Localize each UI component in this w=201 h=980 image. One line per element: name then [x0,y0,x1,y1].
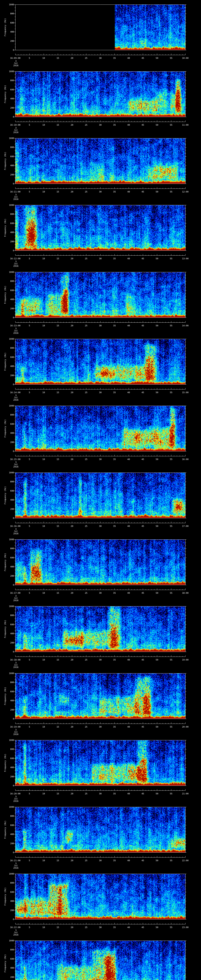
y-axis-tick-label: 600 [7,557,14,559]
x-axis-minute-tick-label: 45 [139,659,147,661]
x-axis-minute-tick-label: 15 [54,258,62,260]
x-axis-minute-tick-label: 20 [68,124,76,126]
date-year-label: 2016 [8,65,24,67]
x-axis-minute-tick-label: 5 [26,926,34,929]
y-axis-tick-label: 200 [7,307,14,310]
x-axis-minute-tick-label: 55 [167,525,175,527]
x-axis-minute-tick-label: 30 [96,258,104,260]
y-axis-tick-label: 800 [7,882,14,884]
x-axis-minute-tick-label: 40 [124,726,132,728]
x-axis-minute-tick-label: 5 [26,726,34,728]
date-year-label: 2016 [8,867,24,869]
y-axis-tick-label: 800 [7,347,14,349]
date-year-label: 2016 [8,934,24,936]
x-axis-minute-tick-label: 55 [167,926,175,929]
x-axis-end-time-label: 21:00 [179,792,192,795]
x-axis-end-time-label: 20:00 [179,726,192,728]
x-axis-minute-tick-label: 30 [96,659,104,661]
x-axis-minute-tick-label: 40 [124,792,132,795]
x-axis-start-time-label: 16:12:00 [6,258,24,260]
x-axis-minute-tick-label: 55 [167,391,175,394]
x-axis-minute-tick-label: 15 [54,124,62,126]
spectrogram-panel: Frequency (Hz)1000800600400200016:19:005… [0,669,201,736]
x-axis-minute-tick-label: 30 [96,391,104,394]
x-axis-minute-tick-label: 55 [167,57,175,59]
x-axis-minute-tick-label: 5 [26,258,34,260]
y-axis-title: Frequency (Hz) [4,955,6,972]
x-axis-start-time-label: 16:09:00 [6,57,24,59]
x-axis-minute-tick-label: 10 [40,592,48,594]
x-axis-minute-tick-label: 15 [54,57,62,59]
y-axis-tick-label: 200 [7,575,14,577]
y-axis-tick-label: 600 [7,22,14,24]
y-axis-tick-label: 600 [7,958,14,960]
y-axis-tick-label: 1000 [7,137,14,139]
x-axis-minute-tick-label: 20 [68,57,76,59]
x-axis-minute-tick-label: 55 [167,792,175,795]
x-axis-minute-tick-label: 40 [124,124,132,126]
x-axis-end-time-label: 13:00 [179,258,192,260]
x-axis-minute-tick-label: 50 [153,391,161,394]
date-year-label: 2016 [8,666,24,668]
y-axis-tick-label: 400 [7,633,14,635]
x-axis-minute-tick-label: 5 [26,325,34,327]
x-axis-minute-tick-label: 45 [139,124,147,126]
x-axis-minute-tick-label: 15 [54,792,62,795]
y-axis-tick-label: 1000 [7,873,14,875]
y-axis-title: Frequency (Hz) [4,85,6,103]
date-year-label: 2016 [8,131,24,134]
x-axis-minute-tick-label: 20 [68,325,76,327]
x-axis-end-time-label: 17:00 [179,525,192,527]
x-axis-minute-tick-label: 10 [40,792,48,795]
x-axis-minute-tick-label: 40 [124,926,132,929]
x-axis-minute-tick-label: 15 [54,659,62,661]
x-axis-start-time-label: 16:16:00 [6,525,24,527]
x-axis-minute-tick-label: 10 [40,191,48,193]
x-axis-minute-tick-label: 55 [167,258,175,260]
x-axis-minute-tick-label: 55 [167,859,175,862]
spectrogram-panel: Frequency (Hz)1000800600400200016:18:005… [0,602,201,668]
x-axis-minute-tick-label: 30 [96,726,104,728]
y-axis-tick-label: 0 [7,584,14,586]
y-axis-tick-label: 200 [7,173,14,176]
x-axis-minute-tick-label: 25 [82,391,90,394]
x-axis-minute-tick-label: 55 [167,191,175,193]
y-axis-tick-label: 600 [7,289,14,291]
x-axis-minute-tick-label: 30 [96,525,104,527]
y-axis-title: Frequency (Hz) [4,286,6,304]
y-axis-tick-label: 200 [7,107,14,109]
x-axis-minute-tick-label: 40 [124,859,132,862]
x-axis-minute-tick-label: 25 [82,325,90,327]
x-axis-minute-tick-label: 20 [68,726,76,728]
spectrogram-panel: Frequency (Hz)1000800600400200016:16:005… [0,468,201,535]
x-axis-minute-tick-label: 10 [40,325,48,327]
x-axis-minute-tick-label: 30 [96,57,104,59]
x-axis-minute-tick-label: 15 [54,592,62,594]
x-axis-minute-tick-label: 50 [153,191,161,193]
x-axis-minute-tick-label: 10 [40,458,48,460]
x-axis-start-time-label: 16:15:00 [6,458,24,460]
y-axis-tick-label: 400 [7,31,14,33]
x-axis-minute-tick-label: 45 [139,926,147,929]
y-axis-tick-label: 400 [7,432,14,434]
x-axis-minute-tick-label: 35 [110,325,118,327]
x-axis-minute-tick-label: 40 [124,258,132,260]
date-month-label: Jul [8,62,24,64]
y-axis-tick-label: 600 [7,824,14,826]
x-axis-minute-tick-label: 30 [96,859,104,862]
y-axis-tick-label: 600 [7,156,14,158]
x-axis-minute-tick-label: 50 [153,258,161,260]
x-axis-minute-tick-label: 15 [54,191,62,193]
y-axis-tick-label: 200 [7,441,14,443]
x-axis-minute-tick-label: 45 [139,191,147,193]
x-axis-minute-tick-label: 15 [54,391,62,394]
x-axis-start-time-label: 16:22:00 [6,926,24,929]
y-axis-tick-label: 800 [7,681,14,684]
x-axis-start-time-label: 16:17:00 [6,592,24,594]
x-axis-minute-tick-label: 55 [167,124,175,126]
y-axis-tick-label: 0 [7,116,14,118]
y-axis-tick-label: 200 [7,709,14,711]
y-axis-tick-label: 0 [7,49,14,51]
x-axis-minute-tick-label: 20 [68,525,76,527]
x-axis-start-time-label: 16:14:00 [6,391,24,394]
